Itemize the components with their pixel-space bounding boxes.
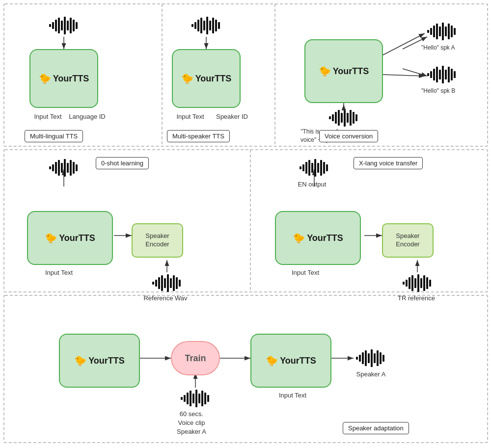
svg-rect-26	[61, 21, 63, 30]
svg-rect-29	[70, 18, 72, 33]
emoji-middle-right: 🐤	[293, 232, 305, 244]
train-label: Train	[185, 353, 206, 364]
yourtts-box-bottom-left: 🐤 YourTTS	[59, 334, 140, 388]
svg-rect-68	[347, 113, 349, 123]
svg-rect-132	[374, 353, 376, 363]
svg-rect-47	[442, 23, 444, 40]
svg-rect-121	[195, 390, 197, 407]
svg-rect-135	[382, 355, 384, 362]
svg-rect-46	[439, 26, 441, 36]
yourtts-label-bottom-right: YourTTS	[280, 356, 316, 366]
train-circle: Train	[171, 341, 220, 375]
svg-rect-43	[430, 28, 432, 35]
waveform-top-left	[47, 15, 81, 37]
svg-rect-64	[335, 112, 337, 124]
svg-rect-56	[439, 70, 441, 79]
label-60secs: 60 secs.Voice clipSpeaker A	[162, 410, 221, 437]
svg-rect-38	[209, 21, 211, 30]
svg-rect-57	[442, 66, 444, 83]
svg-rect-51	[454, 28, 456, 35]
svg-rect-99	[308, 160, 310, 176]
yourtts-box-middle-right: 🐤 YourTTS	[275, 211, 361, 265]
section-label-speaker-adaptation: Speaker adaptation	[343, 422, 409, 434]
svg-rect-112	[420, 278, 422, 288]
svg-rect-69	[350, 110, 352, 126]
svg-line-74	[383, 75, 425, 76]
svg-rect-31	[76, 22, 78, 29]
svg-rect-119	[190, 391, 191, 406]
svg-rect-48	[445, 26, 447, 36]
svg-line-9	[403, 69, 427, 76]
svg-rect-33	[194, 22, 196, 29]
label-input-text-top-left: Input Text	[32, 113, 64, 120]
svg-rect-50	[451, 26, 453, 37]
svg-rect-41	[218, 22, 220, 29]
svg-rect-85	[76, 164, 78, 171]
section-label-xlang: X-lang voice transfer	[354, 157, 423, 169]
yourtts-label-top-middle: YourTTS	[195, 74, 232, 84]
svg-rect-95	[179, 280, 181, 287]
svg-rect-117	[184, 395, 186, 402]
svg-rect-42	[427, 30, 429, 33]
svg-rect-24	[55, 20, 57, 31]
svg-rect-115	[429, 280, 431, 287]
svg-rect-66	[341, 113, 343, 123]
emoji-middle-left: 🐤	[45, 232, 57, 244]
svg-rect-124	[204, 393, 206, 404]
svg-rect-52	[427, 73, 429, 76]
svg-rect-116	[181, 397, 183, 400]
svg-rect-97	[302, 164, 304, 171]
svg-rect-45	[436, 24, 438, 39]
label-tr-reference: TR reference	[392, 294, 441, 302]
svg-rect-36	[203, 21, 205, 30]
svg-rect-118	[187, 393, 189, 404]
svg-rect-22	[49, 24, 51, 27]
svg-rect-126	[356, 357, 358, 360]
svg-rect-59	[448, 67, 450, 82]
svg-rect-80	[61, 163, 63, 173]
waveform-en-output	[297, 157, 331, 179]
yourtts-box-middle-left: 🐤 YourTTS	[27, 211, 113, 265]
svg-rect-40	[215, 20, 217, 31]
waveform-hello-a	[425, 21, 459, 43]
yourtts-box-bottom-right: 🐤 YourTTS	[250, 334, 331, 388]
svg-rect-62	[329, 116, 331, 119]
svg-rect-105	[326, 164, 328, 171]
svg-rect-82	[67, 163, 69, 173]
svg-rect-53	[430, 71, 432, 78]
svg-rect-49	[448, 24, 450, 39]
svg-line-73	[383, 33, 425, 55]
svg-rect-129	[365, 350, 367, 366]
svg-rect-123	[201, 391, 203, 406]
waveform-hello-b	[425, 64, 459, 86]
svg-rect-96	[300, 166, 301, 169]
svg-rect-94	[176, 277, 178, 289]
svg-rect-109	[411, 275, 413, 291]
label-hello-spk-b: "Hello" spk B	[421, 87, 455, 94]
label-input-text-top-middle: Input Text	[174, 113, 206, 120]
svg-rect-92	[170, 278, 172, 288]
section-label-0shot: 0-shot learning	[96, 157, 149, 169]
label-en-output: EN output	[294, 181, 330, 188]
svg-rect-58	[445, 70, 447, 79]
emoji-top-right: 🐤	[319, 65, 331, 77]
svg-rect-114	[426, 277, 428, 289]
svg-rect-106	[403, 282, 405, 285]
svg-rect-28	[67, 21, 69, 30]
svg-rect-77	[52, 164, 54, 171]
svg-rect-102	[317, 163, 319, 173]
svg-rect-88	[158, 277, 160, 289]
yourtts-box-top-right: 🐤 YourTTS	[304, 39, 383, 103]
svg-rect-34	[197, 20, 199, 31]
label-input-text-bottom: Input Text	[273, 392, 312, 399]
waveform-tr-ref	[400, 272, 435, 294]
svg-rect-39	[212, 18, 214, 33]
label-speaker-id: Speaker ID	[214, 113, 250, 120]
svg-rect-63	[332, 114, 334, 121]
emoji-top-middle: 🐤	[181, 73, 193, 84]
waveform-speaker-a	[354, 347, 388, 369]
svg-rect-101	[314, 159, 316, 177]
emoji-top-left: 🐤	[39, 73, 51, 84]
svg-rect-120	[192, 394, 194, 403]
svg-rect-84	[73, 162, 75, 174]
